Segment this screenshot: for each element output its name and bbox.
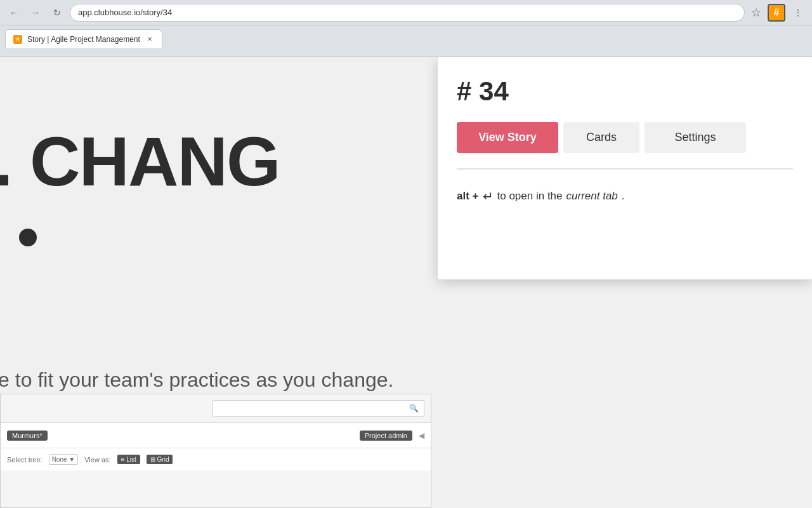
view-story-button[interactable]: View Story	[457, 122, 558, 153]
tab-title: Story | Agile Project Management	[27, 35, 140, 44]
screenshot-inner: 🔍 Murmurs* Project admin ◀ Select tree: …	[1, 394, 431, 507]
address-bar[interactable]: app.clubhouse.io/story/34	[70, 4, 745, 22]
murmurs-badge: Murmurs*	[7, 431, 48, 441]
active-tab[interactable]: # Story | Agile Project Management ✕	[5, 29, 162, 48]
reload-button[interactable]: ↻	[48, 4, 66, 22]
website-subtext: le to fit your team's practices as you c…	[0, 368, 393, 392]
shortcut-description: to open in the	[497, 190, 563, 203]
menu-button[interactable]: ⋮	[789, 4, 807, 22]
enter-arrow-icon: ↵	[483, 189, 494, 204]
browser-chrome: ← → ↻ app.clubhouse.io/story/34 ☆ # ⋮ # …	[0, 0, 812, 57]
website-heading: . CHANG	[0, 121, 279, 201]
bookmark-star-icon[interactable]: ☆	[749, 3, 764, 22]
alt-key-label: alt +	[457, 190, 479, 203]
screenshot-nav: Murmurs* Project admin ◀	[1, 423, 431, 448]
screenshot-controls: Select tree: None ▼ View as: ≡ List ⊞ Gr…	[1, 448, 431, 471]
shortcut-current-tab: current tab	[566, 190, 618, 203]
popup-buttons: View Story Cards Settings	[457, 122, 793, 170]
browser-toolbar: ← → ↻ app.clubhouse.io/story/34 ☆ # ⋮	[0, 0, 812, 25]
website-screenshot: 🔍 Murmurs* Project admin ◀ Select tree: …	[0, 394, 431, 508]
extension-popup: # 34 View Story Cards Settings alt + ↵ t…	[438, 57, 812, 279]
story-number: # 34	[457, 76, 793, 107]
settings-button[interactable]: Settings	[645, 122, 746, 153]
select-tree-dropdown[interactable]: None ▼	[49, 454, 79, 465]
website-circle-decoration	[19, 229, 37, 246]
main-content: . CHANG le to fit your team's practices …	[0, 57, 812, 508]
tab-close-button[interactable]: ✕	[145, 35, 154, 44]
address-text: app.clubhouse.io/story/34	[78, 8, 172, 17]
select-tree-label: Select tree:	[7, 456, 43, 464]
view-as-label: View as:	[84, 456, 110, 464]
tab-favicon: #	[13, 35, 22, 44]
search-icon: 🔍	[409, 404, 419, 413]
extension-icon[interactable]: #	[768, 4, 785, 22]
screenshot-toolbar: 🔍	[1, 394, 431, 423]
view-grid-button[interactable]: ⊞ Grid	[147, 455, 173, 464]
screenshot-search-bar: 🔍	[213, 400, 424, 417]
back-button[interactable]: ←	[5, 4, 23, 22]
view-list-button[interactable]: ≡ List	[117, 455, 140, 464]
cards-button[interactable]: Cards	[563, 122, 639, 153]
browser-tabs: # Story | Agile Project Management ✕	[0, 25, 812, 48]
project-admin-badge: Project admin	[360, 431, 412, 441]
forward-button[interactable]: →	[27, 4, 44, 22]
collapse-button[interactable]: ◀	[419, 431, 424, 440]
popup-shortcut-text: alt + ↵ to open in the current tab.	[457, 189, 793, 204]
